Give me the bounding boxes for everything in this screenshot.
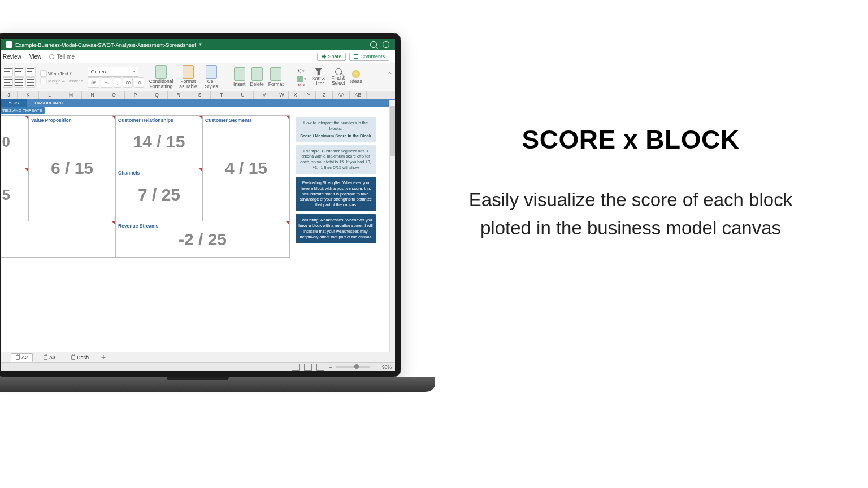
sheet-tabs: A2 A3 Dash +: [1, 352, 395, 362]
align-bot-button[interactable]: [25, 67, 36, 77]
document-icon: [6, 41, 12, 48]
cell-partial-left-bottom[interactable]: 5: [1, 168, 29, 221]
app-titlebar: Example-Business-Model-Canvas-SWOT-Analy…: [1, 39, 395, 50]
wrap-text-button[interactable]: Wrap Text ▾: [40, 70, 83, 77]
format-cells-button[interactable]: Format: [268, 67, 284, 87]
lock-icon: [71, 355, 75, 360]
dec-decimal-button[interactable]: .0: [134, 77, 144, 88]
collapse-ribbon-icon[interactable]: ⌄: [387, 71, 393, 79]
bmc-canvas-grid: 0 Value Proposition 6 / 15 Customer Rela…: [1, 115, 290, 258]
fill-button[interactable]: ▾: [297, 76, 306, 82]
insert-cells-button[interactable]: Insert: [233, 67, 245, 87]
lightbulb-icon: [352, 70, 360, 78]
section-tabs: YSIS DASHBOARD: [1, 99, 395, 107]
tab-view[interactable]: View: [29, 54, 42, 60]
sort-filter-button[interactable]: Sort & Filter: [311, 68, 327, 87]
cell-revenue-streams[interactable]: Revenue Streams -2 / 25: [116, 221, 290, 257]
info-weaknesses: Evaluating Weaknesses: Whenever you have…: [296, 214, 376, 243]
currency-button[interactable]: $▾: [88, 77, 99, 88]
comma-button[interactable]: ,: [114, 77, 122, 88]
section-tab-analysis[interactable]: YSIS: [1, 99, 27, 107]
section-tab-dashboard[interactable]: DASHBOARD: [27, 99, 71, 107]
lock-icon: [16, 355, 20, 360]
percent-button[interactable]: %: [101, 77, 112, 88]
find-select-button[interactable]: Find & Select: [331, 68, 346, 86]
chevron-down-icon[interactable]: ▾: [199, 42, 202, 47]
share-icon: [322, 54, 326, 59]
tab-review[interactable]: Review: [3, 54, 21, 60]
conditional-formatting-button[interactable]: Conditional Formatting: [149, 65, 173, 90]
zoom-slider[interactable]: [336, 366, 370, 368]
align-top-button[interactable]: [3, 67, 13, 77]
cell-partial-left-top[interactable]: 0: [1, 116, 29, 168]
sheet-tab-a2[interactable]: A2: [11, 353, 33, 362]
autosum-button[interactable]: Σ▾: [297, 67, 306, 76]
sheet-tab-a3[interactable]: A3: [38, 353, 60, 362]
info-example: Example: Customer segment has 3 criteria…: [296, 145, 376, 174]
funnel-icon: [315, 68, 323, 76]
document-title: Example-Business-Model-Canvas-SWOT-Analy…: [15, 42, 196, 48]
inc-decimal-button[interactable]: .00: [123, 77, 133, 88]
align-left-button[interactable]: [3, 77, 13, 88]
normal-view-button[interactable]: [292, 364, 300, 371]
page-layout-view-button[interactable]: [304, 364, 312, 371]
zoom-out-button[interactable]: –: [329, 364, 332, 370]
delete-cells-button[interactable]: Delete: [250, 67, 264, 87]
cell-value-prop[interactable]: Value Proposition 6 / 15: [29, 116, 116, 221]
comments-button[interactable]: Comments: [349, 53, 389, 61]
zoom-level[interactable]: 90%: [382, 364, 392, 370]
cell-styles-button[interactable]: Cell Styles: [203, 65, 220, 90]
feedback-smile-icon[interactable]: [383, 41, 389, 48]
add-sheet-button[interactable]: +: [99, 354, 107, 361]
lock-icon: [44, 355, 47, 360]
magnifier-icon: [335, 68, 342, 75]
info-strengths: Evaluating Strengths: Whenever you have …: [296, 177, 376, 211]
tell-me-search[interactable]: Tell me: [49, 54, 75, 60]
ribbon-tabs: Review View Tell me Share Comments: [1, 50, 395, 63]
threats-pill[interactable]: TIES AND THREATS: [1, 107, 45, 114]
ribbon-toolbar: Wrap Text ▾ Merge & Center ▾ General ▾: [1, 63, 395, 91]
cell-channels[interactable]: Channels 7 / 25: [116, 168, 203, 221]
cell-customer-segments[interactable]: Customer Segments 4 / 15: [203, 116, 290, 221]
indent-inc-button[interactable]: [25, 77, 36, 88]
sheet-tab-dash[interactable]: Dash: [66, 353, 94, 362]
zoom-in-button[interactable]: +: [375, 364, 377, 370]
number-format-select[interactable]: General ▾: [88, 67, 138, 77]
marketing-copy: SCORE x BLOCK Easily visualize the score…: [450, 124, 811, 242]
search-icon[interactable]: [370, 41, 377, 48]
cell-cost-structure-partial[interactable]: [1, 221, 116, 257]
comment-icon: [354, 54, 358, 59]
cell-customer-relationships[interactable]: Customer Relationships 14 / 15: [116, 116, 203, 168]
ideas-button[interactable]: Ideas: [350, 70, 362, 84]
info-howto: How to interpret the numbers in the bloc…: [296, 117, 376, 142]
marketing-title: SCORE x BLOCK: [450, 124, 811, 155]
bulb-icon: [49, 54, 54, 59]
status-bar: – + 90%: [1, 362, 395, 371]
info-sidebar: How to interpret the numbers in the bloc…: [296, 115, 376, 258]
merge-center-button[interactable]: Merge & Center ▾: [40, 77, 83, 84]
indent-dec-button[interactable]: [14, 77, 24, 88]
share-button[interactable]: Share: [317, 53, 346, 61]
clear-button[interactable]: ✕▾: [297, 82, 306, 88]
align-mid-button[interactable]: [14, 67, 24, 77]
marketing-body: Easily visualize the score of each block…: [450, 186, 811, 242]
vertical-scrollbar[interactable]: [389, 100, 395, 360]
format-as-table-button[interactable]: Format as Table: [178, 65, 198, 90]
column-headers[interactable]: J K L M N O P Q R S T U V W X Y Z AA AB: [1, 91, 395, 99]
page-break-view-button[interactable]: [316, 364, 324, 371]
